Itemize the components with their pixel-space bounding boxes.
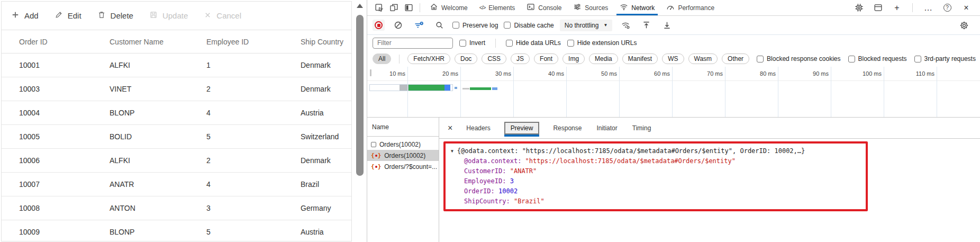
detail-tab-response[interactable]: Response <box>552 122 583 134</box>
network-timeline-overview[interactable]: 10 ms20 ms30 ms40 ms50 ms60 ms70 ms80 ms… <box>367 67 980 118</box>
column-header-order-id[interactable]: Order ID <box>19 38 110 46</box>
detail-tab-timing[interactable]: Timing <box>631 122 652 134</box>
column-header-ship-country[interactable]: Ship Country <box>301 38 351 46</box>
disable-cache-checkbox[interactable] <box>504 22 511 29</box>
scroll-up-icon[interactable] <box>357 4 363 8</box>
waterfall-bar[interactable] <box>369 84 453 91</box>
waterfall-bar[interactable] <box>462 87 497 90</box>
preserve-log-checkbox[interactable] <box>452 22 459 29</box>
chip-fetch-xhr[interactable]: Fetch/XHR <box>407 53 450 64</box>
hide-data-urls-option[interactable]: Hide data URLs <box>506 39 561 47</box>
tab-console[interactable]: Console <box>521 0 567 15</box>
filter-input[interactable] <box>373 38 453 49</box>
chip-img[interactable]: Img <box>562 53 585 64</box>
scrollbar-thumb[interactable] <box>356 15 364 176</box>
table-row[interactable]: 10006ALFKI2Denmark <box>2 149 351 173</box>
cell: Austria <box>301 109 351 117</box>
chip-manifest[interactable]: Manifest <box>622 53 658 64</box>
import-har-icon[interactable] <box>639 18 654 33</box>
filter-toggle-icon[interactable] <box>411 18 426 33</box>
column-header-customer-name[interactable]: Customer Name <box>110 38 206 46</box>
performance-icon <box>666 3 675 13</box>
tab-sources[interactable]: Sources <box>567 0 614 15</box>
json-property-value: 10002 <box>498 187 518 195</box>
close-devtools-icon[interactable]: × <box>959 1 974 15</box>
column-header-employee-id[interactable]: Employee ID <box>206 38 301 46</box>
memory-chip-icon[interactable] <box>851 1 866 15</box>
device-toolbar-icon[interactable] <box>386 1 401 15</box>
request-row[interactable]: {}Orders/?$count=... <box>367 161 439 172</box>
save-icon <box>149 11 158 21</box>
table-row[interactable]: 10007ANATR4Brazil <box>2 173 351 196</box>
search-icon[interactable] <box>432 18 447 33</box>
help-icon[interactable]: ? <box>940 1 955 15</box>
chip-wasm[interactable]: Wasm <box>688 53 718 64</box>
table-row[interactable]: 10008ANTON3Germany <box>2 196 351 220</box>
export-har-icon[interactable] <box>659 18 674 33</box>
table-row[interactable]: 10004BLONP4Austria <box>2 101 351 125</box>
record-button[interactable] <box>373 20 385 31</box>
request-row[interactable]: Orders(10002) <box>367 139 439 150</box>
json-root-line[interactable]: ▼{@odata.context: "https://localhost:718… <box>451 146 866 156</box>
blocked-requests-option[interactable]: Blocked requests <box>848 55 907 62</box>
chip-css[interactable]: CSS <box>482 53 506 64</box>
chip-ws[interactable]: WS <box>662 53 684 64</box>
json-root-summary: {@odata.context: "https://localhost:7185… <box>457 147 805 155</box>
delete-button[interactable]: Delete <box>97 11 133 21</box>
tab-network[interactable]: Network <box>614 0 660 15</box>
layout-panel-icon[interactable] <box>870 1 885 15</box>
3rd-party-requests-checkbox[interactable] <box>914 56 921 62</box>
dock-side-icon[interactable] <box>401 1 416 15</box>
blocked-requests-checkbox[interactable] <box>848 56 855 62</box>
table-row[interactable]: 10003VINET2Denmark <box>2 77 351 101</box>
table-row[interactable]: 10005BOLID5Switzerland <box>2 125 351 149</box>
json-open-brace: { <box>371 152 375 159</box>
clear-network-log-icon[interactable] <box>391 18 405 33</box>
add-button[interactable]: Add <box>11 11 39 21</box>
invert-option[interactable]: Invert <box>459 39 485 47</box>
add-tab-icon[interactable]: + <box>890 1 904 15</box>
disclosure-triangle-icon[interactable]: ▼ <box>451 146 453 156</box>
network-filter-row: Invert Hide data URLs Hide extension URL… <box>367 35 980 51</box>
request-row[interactable]: {}Orders(10002) <box>367 150 439 161</box>
chip-media[interactable]: Media <box>589 53 618 64</box>
preserve-log-option[interactable]: Preserve log <box>452 22 498 29</box>
throttling-select[interactable]: No throttling ▼ <box>560 20 613 31</box>
chip-other[interactable]: Other <box>722 53 749 64</box>
hide-extension-urls-checkbox[interactable] <box>567 40 574 47</box>
table-row[interactable]: 10001ALFKI1Denmark <box>2 53 351 77</box>
blocked-response-cookies-label: Blocked response cookies <box>767 55 840 62</box>
3rd-party-requests-option[interactable]: 3rd-party requests <box>914 55 976 62</box>
request-name-column-header[interactable]: Name <box>367 118 439 137</box>
pencil-icon <box>55 11 63 21</box>
page-scrollbar[interactable] <box>353 0 367 242</box>
chip-all[interactable]: All <box>373 53 391 64</box>
waterfall-download-segment <box>470 87 491 90</box>
waterfall-download-segment <box>409 85 444 91</box>
network-settings-gear-icon[interactable] <box>957 18 972 33</box>
more-options-icon[interactable]: … <box>921 1 936 15</box>
invert-checkbox[interactable] <box>459 40 466 47</box>
tab-elements[interactable]: </>Elements <box>474 0 521 15</box>
tab-performance[interactable]: Performance <box>660 0 720 15</box>
inspect-element-icon[interactable] <box>371 1 386 15</box>
disable-cache-option[interactable]: Disable cache <box>504 22 553 29</box>
chip-js[interactable]: JS <box>511 53 530 64</box>
cell: Switzerland <box>301 132 351 141</box>
cell: 10001 <box>19 61 110 69</box>
cell: 10009 <box>19 228 110 236</box>
blocked-response-cookies-option[interactable]: Blocked response cookies <box>757 55 840 62</box>
close-detail-icon[interactable]: × <box>448 123 452 133</box>
hide-data-urls-checkbox[interactable] <box>506 40 513 47</box>
detail-tab-preview[interactable]: Preview <box>504 122 540 135</box>
hide-extension-urls-option[interactable]: Hide extension URLs <box>567 39 637 47</box>
detail-tab-initiator[interactable]: Initiator <box>595 122 618 134</box>
blocked-response-cookies-checkbox[interactable] <box>757 56 764 62</box>
chip-font[interactable]: Font <box>534 53 558 64</box>
edit-button[interactable]: Edit <box>55 11 81 21</box>
tab-welcome[interactable]: Welcome <box>424 0 474 15</box>
network-conditions-icon[interactable] <box>618 18 633 33</box>
detail-tab-headers[interactable]: Headers <box>465 122 491 134</box>
table-row[interactable]: 10009BLONP5Austria <box>2 220 351 242</box>
chip-doc[interactable]: Doc <box>455 53 477 64</box>
